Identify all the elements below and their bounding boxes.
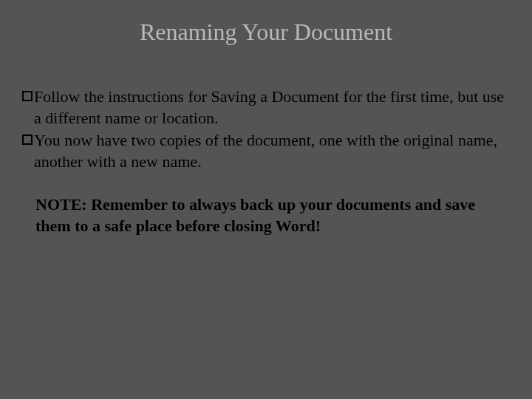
square-bullet-icon	[22, 91, 33, 101]
bullet-text: You now have two copies of the document,…	[34, 130, 510, 172]
slide: Renaming Your Document Follow the instru…	[0, 0, 532, 399]
slide-content: Follow the instructions for Saving a Doc…	[22, 86, 510, 237]
list-item: Follow the instructions for Saving a Doc…	[22, 86, 510, 129]
bullet-text: Follow the instructions for Saving a Doc…	[34, 86, 510, 129]
slide-title: Renaming Your Document	[22, 18, 510, 46]
note-text: NOTE: Remember to always back up your do…	[35, 194, 510, 236]
list-item: You now have two copies of the document,…	[22, 130, 510, 172]
square-bullet-icon	[22, 134, 33, 145]
